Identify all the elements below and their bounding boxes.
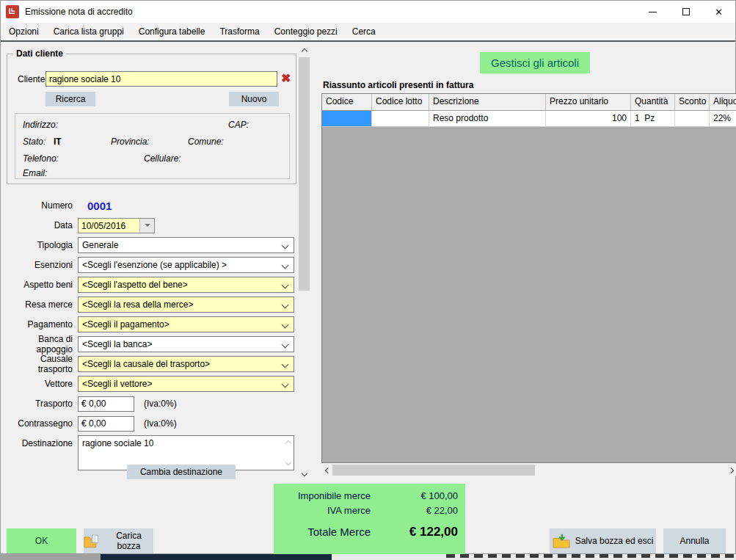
trasporto-row: Trasporto (Iva:0%) (7, 396, 300, 412)
numero-value: 0001 (87, 200, 112, 212)
vettore-row: Vettore <Scegli il vettore> (7, 376, 300, 392)
close-button[interactable]: ✕ (702, 1, 735, 23)
scrollbar-up-button[interactable] (298, 45, 310, 57)
nuovo-button[interactable]: Nuovo (229, 92, 279, 106)
date-value: 10/05/2016 (79, 219, 139, 233)
numero-label: Numero (7, 200, 73, 211)
esenzioni-dropdown[interactable]: <Scegli l'esenzione (se applicabile) > (78, 257, 294, 273)
screen: Emissione nota di accredito ✕ Opzioni Ca… (0, 0, 736, 560)
menu-conteggio-pezzi[interactable]: Conteggio pezzi (268, 23, 344, 40)
cell-codice-lotto[interactable] (372, 111, 429, 126)
vettore-value: <Scegli il vettore> (82, 379, 152, 389)
trasporto-label: Trasporto (7, 399, 73, 409)
scrollbar-thumb[interactable] (299, 57, 310, 291)
date-dropdown-button[interactable] (139, 219, 154, 233)
folder-save-icon (553, 534, 570, 548)
resa-merce-value: <Scegli la resa della merce> (82, 299, 193, 310)
contrassegno-input[interactable] (78, 416, 134, 432)
cell-sconto[interactable] (675, 111, 710, 126)
data-row: Data 10/05/2016 (7, 217, 300, 233)
gestisci-articoli-button[interactable]: Gestisci gli articoli (480, 52, 590, 73)
chevron-left-icon (324, 467, 330, 473)
col-aliquota[interactable]: Aliquota (710, 94, 736, 110)
ok-button[interactable]: OK (7, 528, 76, 553)
imponibile-value: € 100,00 (371, 490, 458, 501)
pagamento-value: <Scegli il pagamento> (82, 319, 170, 330)
menu-opzioni[interactable]: Opzioni (2, 23, 45, 40)
annulla-label: Annulla (679, 536, 709, 546)
cell-descrizione[interactable]: Reso prodotto (429, 111, 546, 126)
chevron-down-icon (282, 302, 289, 309)
chevron-up-icon (301, 48, 307, 54)
vettore-dropdown[interactable]: <Scegli il vettore> (78, 376, 294, 392)
resa-merce-row: Resa merce <Scegli la resa della merce> (7, 297, 300, 313)
cart-icon (7, 7, 18, 17)
carica-bozza-button[interactable]: Carica bozza (84, 528, 153, 553)
causale-trasporto-value: <Scegli la causale del trasporto> (82, 359, 210, 369)
scrollbar-right-button[interactable] (724, 464, 736, 476)
client-info-panel: Indirizzo: CAP: Stato: IT Provincia: Com… (15, 113, 290, 179)
folder-document-icon (84, 534, 99, 548)
imponibile-label: Imponibile merce (281, 490, 371, 501)
aspetto-beni-dropdown[interactable]: <Scegli l'aspetto del bene> (78, 277, 294, 293)
esenzioni-row: Esenzioni <Scegli l'esenzione (se applic… (7, 257, 300, 273)
causale-trasporto-row: Causale trasporto <Scegli la causale del… (7, 356, 300, 372)
title-bar: Emissione nota di accredito ✕ (1, 1, 735, 23)
iva-value: € 22,00 (371, 505, 458, 516)
annulla-button[interactable]: Annulla (663, 528, 726, 553)
minimize-button[interactable] (636, 1, 669, 23)
col-codice[interactable]: Codice (322, 94, 372, 110)
col-quantita[interactable]: Quantità (631, 94, 675, 110)
menu-trasforma[interactable]: Trasforma (213, 23, 266, 40)
menu-carica-lista-gruppi[interactable]: Carica lista gruppi (47, 23, 131, 40)
email-label: Email: (23, 168, 47, 178)
cell-prezzo-unitario[interactable]: 100 (546, 111, 631, 126)
table-title: Riassunto articoli presenti in fattura (323, 80, 473, 90)
table-row[interactable]: Reso prodotto 100 1 Pz 22% (322, 111, 736, 127)
close-icon: ✕ (715, 7, 723, 18)
aspetto-beni-label: Aspetto beni (7, 280, 73, 290)
scrollbar-down-button[interactable] (298, 467, 310, 479)
table-horizontal-scrollbar[interactable] (321, 464, 736, 476)
chevron-right-icon (727, 467, 733, 473)
contrassegno-iva-note: (Iva:0%) (144, 418, 177, 429)
ricerca-button[interactable]: Ricerca (45, 92, 95, 106)
col-sconto[interactable]: Sconto (675, 94, 710, 110)
invoice-form: Numero 0001 Data 10/05/2016 Tipologia Ge… (7, 197, 300, 474)
tipologia-row: Tipologia Generale (7, 237, 300, 253)
tipologia-dropdown[interactable]: Generale (78, 237, 294, 253)
salva-bozza-button[interactable]: Salva bozza ed esci (550, 528, 656, 553)
cell-aliquota[interactable]: 22% (710, 111, 736, 126)
salva-bozza-label: Salva bozza ed esci (575, 536, 654, 546)
menu-configura-tabelle[interactable]: Configura tabelle (132, 23, 212, 40)
app-window: Emissione nota di accredito ✕ Opzioni Ca… (0, 0, 736, 554)
table-header: Codice Codice lotto Descrizione Prezzo u… (322, 94, 736, 111)
pagamento-dropdown[interactable]: <Scegli il pagamento> (78, 316, 294, 332)
cell-quantita[interactable]: 1 Pz (631, 111, 675, 126)
chevron-down-icon (282, 341, 289, 349)
clear-client-icon[interactable]: ✖ (281, 71, 291, 86)
trasporto-input[interactable] (78, 396, 134, 412)
cap-label: CAP: (228, 120, 249, 130)
col-codice-lotto[interactable]: Codice lotto (372, 94, 429, 110)
left-panel-scrollbar[interactable] (298, 45, 310, 479)
col-descrizione[interactable]: Descrizione (429, 94, 546, 110)
totals-panel: Imponibile merce € 100,00 IVA merce € 22… (274, 484, 465, 555)
menu-cerca[interactable]: Cerca (346, 23, 382, 40)
banca-dropdown[interactable]: <Scegli la banca> (78, 336, 294, 352)
chevron-down-icon (282, 282, 289, 289)
data-label: Data (7, 220, 73, 230)
cliente-input[interactable] (45, 71, 277, 87)
cell-codice-selected[interactable] (322, 111, 372, 126)
col-prezzo-unitario[interactable]: Prezzo unitario (546, 94, 631, 110)
scrollbar-thumb[interactable] (332, 465, 535, 476)
date-picker[interactable]: 10/05/2016 (78, 218, 155, 233)
cambia-destinazione-button[interactable]: Cambia destinazione (127, 465, 236, 479)
destinazione-label: Destinazione (7, 438, 73, 448)
iva-row: IVA merce € 22,00 (281, 505, 458, 516)
resa-merce-dropdown[interactable]: <Scegli la resa della merce> (78, 297, 294, 313)
maximize-button[interactable] (669, 1, 702, 23)
causale-trasporto-dropdown[interactable]: <Scegli la causale del trasporto> (78, 356, 294, 372)
chevron-down-icon (282, 262, 289, 269)
contrassegno-label: Contrassegno (7, 418, 73, 429)
